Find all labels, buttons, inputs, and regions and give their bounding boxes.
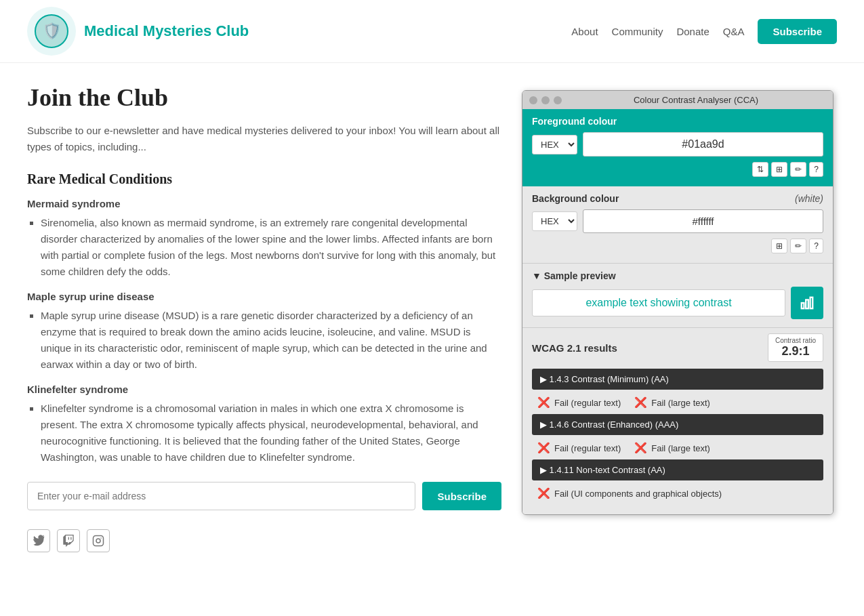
cca-rule-143-results: ❌ Fail (regular text) ❌ Fail (large text… [532,394,823,414]
svg-text:🛡️: 🛡️ [43,22,62,40]
site-header: 🛡️ Medical Mysteries Club About Communit… [0,0,864,63]
fail-label-regular-143: Fail (regular text) [554,398,621,408]
cca-wcag-header: WCAG 2.1 results Contrast ratio 2.9:1 [532,333,823,362]
main-nav: About Community Donate Q&A Subscribe [571,19,837,44]
social-icons [27,529,501,552]
cca-fg-arrows-btn[interactable]: ⇅ [752,162,768,177]
cca-bg-format-select[interactable]: HEX RGB [532,211,577,231]
cca-dot-yellow [541,96,550,104]
cca-fail-large-143: ❌ Fail (large text) [634,396,710,409]
cca-fg-row: HEX RGB HSL [532,132,823,157]
svg-point-3 [96,539,100,543]
main-container: Join the Club Subscribe to our e-newslet… [0,63,864,573]
condition-title-klinefelter: Klinefelter syndrome [27,384,501,395]
twitter-icon[interactable] [27,529,50,552]
cca-title: Colour Contrast Analyser (CCA) [566,95,826,105]
email-field[interactable] [27,482,415,510]
logo-area: 🛡️ Medical Mysteries Club [27,7,249,56]
nav-qa[interactable]: Q&A [723,26,745,37]
svg-rect-2 [94,536,104,546]
cca-bg-help-btn[interactable]: ? [809,239,823,253]
intro-text: Subscribe to our e-newsletter and have m… [27,123,501,155]
section-heading: Rare Medical Conditions [27,171,501,187]
cca-bg-row: HEX RGB [532,209,823,233]
cca-preview-content: example text showing contrast [532,287,823,319]
svg-rect-5 [802,303,804,308]
cca-bg-grid-btn[interactable]: ⊞ [771,239,787,253]
cca-bg-pen-btn[interactable]: ✏ [790,239,806,253]
fail-label-regular-146: Fail (regular text) [554,443,621,453]
cca-foreground-label: Foreground colour [532,116,823,127]
condition-list-mermaid: Sirenomelia, also known as mermaid syndr… [27,215,501,280]
svg-rect-6 [806,300,808,308]
nav-donate[interactable]: Donate [676,26,709,37]
instagram-icon[interactable] [87,529,110,552]
cca-preview-label: ▼ Sample preview [532,270,823,281]
subscribe-button[interactable]: Subscribe [422,482,501,510]
cca-rule-146-btn[interactable]: ▶ 1.4.6 Contrast (Enhanced) (AAA) [532,414,823,435]
cca-contrast-label: Contrast ratio [775,337,816,344]
subscribe-area: Subscribe [27,482,501,510]
condition-msud: Maple syrup urine disease Maple syrup ur… [27,291,501,373]
cca-fg-format-select[interactable]: HEX RGB HSL [532,135,577,155]
fail-label-ui-1411: Fail (UI components and graphical object… [554,489,722,499]
list-item: Maple syrup urine disease (MSUD) is a ra… [41,308,501,373]
cca-rule-1411-label: ▶ 1.4.11 Non-text Contrast (AA) [540,465,665,475]
cca-bg-label: Background colour [532,193,619,204]
cca-dot-green [554,96,562,104]
cca-wcag-section: WCAG 2.1 results Contrast ratio 2.9:1 ▶ … [522,327,833,514]
cca-rule-143-label: ▶ 1.4.3 Contrast (Minimum) (AA) [540,374,669,384]
cca-fg-grid-btn[interactable]: ⊞ [771,162,787,177]
condition-klinefelter: Klinefelter syndrome Klinefelter syndrom… [27,384,501,466]
list-item: Klinefelter syndrome is a chromosomal va… [41,401,501,466]
cca-rule-143-btn[interactable]: ▶ 1.4.3 Contrast (Minimum) (AA) [532,369,823,390]
site-title: Medical Mysteries Club [84,22,249,40]
fail-label-large-143: Fail (large text) [651,398,710,408]
cca-fail-ui-1411: ❌ Fail (UI components and graphical obje… [537,487,722,499]
cca-dot-red [529,96,537,104]
cca-fg-tools: ⇅ ⊞ ✏ ? [532,162,823,177]
cca-contrast-ratio-box: Contrast ratio 2.9:1 [768,333,823,362]
fail-label-large-146: Fail (large text) [651,443,710,453]
cca-rule-1411-btn[interactable]: ▶ 1.4.11 Non-text Contrast (AA) [532,459,823,480]
condition-list-klinefelter: Klinefelter syndrome is a chromosomal va… [27,401,501,466]
logo-icon: 🛡️ [27,7,76,56]
cca-fg-pen-btn[interactable]: ✏ [790,162,806,177]
cca-sample-text: example text showing contrast [532,289,785,316]
page-title: Join the Club [27,83,501,112]
fail-icon-large-143: ❌ [634,396,647,409]
cca-panel: Colour Contrast Analyser (CCA) Foregroun… [522,90,834,515]
cca-titlebar: Colour Contrast Analyser (CCA) [522,91,833,109]
fail-icon-large-146: ❌ [634,442,647,454]
condition-title-msud: Maple syrup urine disease [27,291,501,302]
cca-contrast-value: 2.9:1 [775,344,816,358]
svg-point-4 [100,537,102,539]
cca-fail-regular-146: ❌ Fail (regular text) [537,442,621,454]
cca-fg-help-btn[interactable]: ? [809,162,823,177]
left-content: Join the Club Subscribe to our e-newslet… [27,83,501,552]
cca-chart-btn[interactable] [791,287,823,319]
cca-preview-section: ▼ Sample preview example text showing co… [522,263,833,327]
cca-bg-label-row: Background colour (white) [532,193,823,204]
list-item: Sirenomelia, also known as mermaid syndr… [41,215,501,280]
cca-foreground-section: Foreground colour HEX RGB HSL ⇅ ⊞ ✏ ? [522,109,833,186]
cca-fail-regular-143: ❌ Fail (regular text) [537,396,621,409]
twitch-icon[interactable] [57,529,80,552]
cca-rule-1411-results: ❌ Fail (UI components and graphical obje… [532,485,823,505]
condition-title-mermaid: Mermaid syndrome [27,198,501,209]
cca-bg-white-label: (white) [795,193,823,204]
fail-icon-ui-1411: ❌ [537,487,550,499]
fail-icon-regular-146: ❌ [537,442,550,454]
cca-bg-value-input[interactable] [583,209,823,233]
cca-wcag-title: WCAG 2.1 results [532,342,617,354]
cca-background-section: Background colour (white) HEX RGB ⊞ ✏ ? [522,186,833,263]
nav-community[interactable]: Community [612,26,663,37]
cca-fg-value-input[interactable] [583,132,823,157]
nav-subscribe[interactable]: Subscribe [758,19,837,44]
cca-rule-146-results: ❌ Fail (regular text) ❌ Fail (large text… [532,439,823,459]
fail-icon-regular-143: ❌ [537,396,550,409]
condition-mermaid: Mermaid syndrome Sirenomelia, also known… [27,198,501,280]
svg-rect-7 [810,297,813,309]
nav-about[interactable]: About [571,26,598,37]
cca-rule-146-label: ▶ 1.4.6 Contrast (Enhanced) (AAA) [540,419,678,430]
